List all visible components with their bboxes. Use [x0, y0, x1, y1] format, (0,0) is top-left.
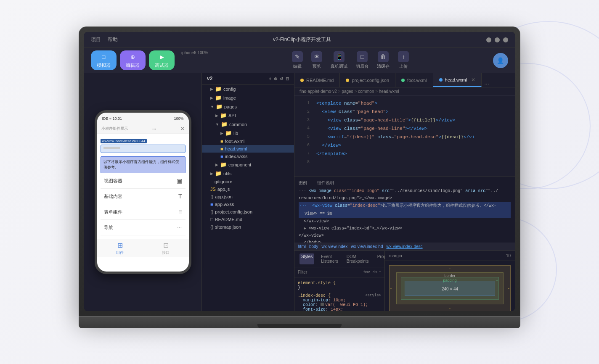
- menu-item-help[interactable]: 帮助: [108, 36, 118, 43]
- file-tree-header: v2 + ⊕ ↺ ⊟: [202, 73, 294, 84]
- simulator-button[interactable]: □ 模拟器: [91, 50, 117, 70]
- tree-item-api[interactable]: ▶ 📁 API: [202, 111, 294, 120]
- file-label: app.json: [215, 194, 233, 199]
- tree-item-image[interactable]: ▶ 📁 image: [202, 93, 294, 102]
- maximize-button[interactable]: [495, 37, 500, 42]
- tree-item-foot-wxml[interactable]: ■ foot.wxml: [202, 137, 294, 145]
- filter-add[interactable]: +: [379, 270, 381, 274]
- element-highlight: [101, 145, 186, 153]
- tree-item-utils[interactable]: ▶ 📁 utils: [202, 169, 294, 178]
- tab-foot-wxml[interactable]: foot.wxml: [395, 73, 433, 87]
- close-button[interactable]: [503, 37, 508, 42]
- phone-bottom-bar: ⊞ 组件 ⊡ 接口: [97, 239, 189, 257]
- val-margin-top: 10px;: [333, 298, 346, 303]
- border-box: border - padding - 240 × 44: [396, 272, 504, 304]
- title-bar-left: 项目 帮助: [91, 36, 118, 43]
- more-tabs-icon[interactable]: ···: [484, 80, 489, 87]
- styles-tab-properties[interactable]: Properties: [376, 253, 384, 264]
- upload-action[interactable]: ↑ 上传: [398, 51, 409, 69]
- styles-tab-dom-breakpoints[interactable]: DOM Breakpoints: [345, 253, 371, 264]
- tree-item-component[interactable]: ▶ 📁 component: [202, 160, 294, 169]
- styles-tab-event-listeners[interactable]: Event Listeners: [319, 253, 340, 264]
- folder-label: common: [229, 122, 247, 127]
- breadcrumb-html[interactable]: html: [298, 244, 306, 249]
- tree-item-app-js[interactable]: JS app.js: [202, 185, 294, 193]
- folder-label: config: [223, 87, 236, 92]
- phone-menu-dots[interactable]: ···: [152, 127, 156, 132]
- file-tree-actions: + ⊕ ↺ ⊟: [269, 76, 289, 81]
- code-line-7: 7 </template>: [294, 150, 515, 158]
- styles-filter-input[interactable]: [298, 270, 359, 274]
- tree-item-pages[interactable]: ▼ 📁 pages: [202, 102, 294, 111]
- menu-item-nav[interactable]: 导航 ···: [101, 220, 186, 235]
- tree-item-index-wxss[interactable]: ■ index.wxss: [202, 153, 294, 160]
- tree-item-lib[interactable]: ▶ 📁 lib: [202, 129, 294, 137]
- tab-close-icon[interactable]: ✕: [471, 77, 475, 83]
- file-tree: v2 + ⊕ ↺ ⊟ ▶ 📁: [202, 73, 294, 311]
- filter-hov[interactable]: :hov: [363, 270, 370, 274]
- html-line: </wx-view>: [299, 232, 511, 239]
- tree-item-project-config[interactable]: {} project.config.json: [202, 208, 294, 216]
- tree-item-readme[interactable]: □ README.md: [202, 216, 294, 223]
- minimize-button[interactable]: [486, 37, 491, 42]
- new-file-icon[interactable]: +: [269, 76, 271, 81]
- edit-icon: ✎: [292, 51, 303, 62]
- editor-button[interactable]: ⊕ 编辑器: [120, 50, 146, 70]
- html-preview: 图例 组件说明 ··· <wx-image class="index-logo"…: [294, 177, 515, 243]
- new-folder-icon[interactable]: ⊕: [274, 76, 277, 81]
- menu-item-form[interactable]: 表单组件 ≡: [101, 204, 186, 220]
- element-desc: 以下将展示小程序官方组件能力，组件样式仅供参考。: [101, 156, 186, 173]
- tree-item-sitemap[interactable]: {} sitemap.json: [202, 223, 294, 231]
- tree-item-config[interactable]: ▶ 📁 config: [202, 84, 294, 93]
- breadcrumb-wx-view-index[interactable]: wx-view.index: [322, 244, 348, 249]
- tree-item-app-json[interactable]: {} app.json: [202, 193, 294, 200]
- phone-close-icon[interactable]: ✕: [180, 126, 184, 132]
- folder-icon: 📁: [225, 130, 232, 136]
- folder-icon: 📁: [221, 121, 228, 127]
- title-bar: 项目 帮助 v2-FinClip小程序开发工具: [84, 32, 515, 48]
- line-content: [316, 158, 510, 166]
- box-model-header: margin 10: [385, 251, 515, 261]
- content-box: 240 × 44: [405, 281, 495, 296]
- phone-title-text: 小程序组件展示: [101, 126, 128, 132]
- tab-readme[interactable]: README.md: [294, 73, 340, 87]
- element-breadcrumb: html body wx-view.index wx-view.index-hd…: [294, 243, 515, 251]
- phone-frame: IDE ≈ 10:01 100% 小程序组件展示 ··· ✕: [95, 110, 191, 274]
- line-content: </view>: [316, 142, 510, 149]
- device-debug-action[interactable]: 📱 真机调试: [331, 51, 347, 69]
- breadcrumb-wx-view-index-desc[interactable]: wx-view.index-desc: [386, 244, 422, 249]
- chevron-icon: ▶: [215, 113, 218, 118]
- debugger-button[interactable]: ▶ 调试器: [149, 50, 175, 70]
- tree-item-head-wxml[interactable]: ■ head.wxml: [202, 145, 294, 153]
- breadcrumb-body[interactable]: body: [309, 244, 318, 249]
- device-debug-label: 真机调试: [331, 63, 347, 69]
- clear-cache-action[interactable]: 🗑 清缓存: [377, 51, 390, 69]
- source-link[interactable]: <style>: [365, 293, 381, 298]
- clear-cache-label: 清缓存: [377, 63, 390, 69]
- breadcrumb-item: head.wxml: [375, 89, 399, 94]
- filter-cls[interactable]: .cls: [371, 270, 377, 274]
- phone-tab-component[interactable]: ⊞ 组件: [116, 241, 124, 256]
- content-size: 240 × 44: [442, 287, 458, 291]
- edit-action[interactable]: ✎ 编辑: [292, 51, 303, 69]
- user-avatar[interactable]: 👤: [493, 53, 508, 68]
- background-action[interactable]: □ 切后台: [356, 51, 368, 69]
- refresh-icon[interactable]: ↺: [280, 76, 283, 81]
- tab-head-wxml[interactable]: head.wxml ✕: [433, 73, 482, 87]
- menu-icon-nav: ···: [177, 224, 182, 231]
- menu-item-view-container[interactable]: 视图容器 ▣: [101, 173, 186, 189]
- preview-action[interactable]: 👁 预览: [311, 51, 322, 69]
- menu-item-project[interactable]: 项目: [91, 36, 101, 43]
- styles-tab-styles[interactable]: Styles: [300, 253, 314, 264]
- tree-item-app-wxss[interactable]: ■ app.wxss: [202, 200, 294, 208]
- phone-tab-interface[interactable]: ⊡ 接口: [162, 241, 170, 256]
- tab-project-config[interactable]: project.config.json: [340, 73, 395, 87]
- code-editor[interactable]: 1 <template name="head"> 2 <view class="…: [294, 96, 515, 177]
- tree-item-gitignore[interactable]: · .gitignore: [202, 178, 294, 185]
- breadcrumb-wx-view-index-hd[interactable]: wx-view.index-hd: [351, 244, 383, 249]
- prop-font-size: font-size: [303, 307, 326, 311]
- menu-item-basic-content[interactable]: 基础内容 T: [101, 189, 186, 204]
- file-icon-md: □: [210, 217, 213, 222]
- tree-item-common[interactable]: ▼ 📁 common: [202, 120, 294, 129]
- collapse-icon[interactable]: ⊟: [286, 76, 289, 81]
